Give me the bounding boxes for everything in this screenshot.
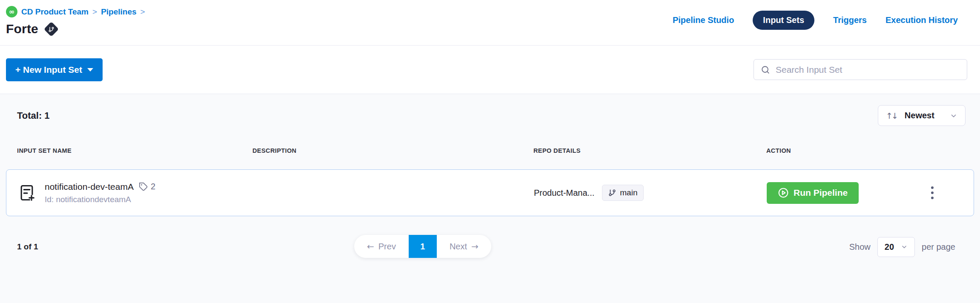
- git-branch-icon: [608, 189, 616, 197]
- breadcrumb-project-link[interactable]: CD Product Team: [21, 7, 89, 17]
- sort-arrows-icon: ↑↓: [886, 111, 897, 120]
- next-page-button[interactable]: Next →: [437, 235, 491, 258]
- tab-execution-history[interactable]: Execution History: [885, 15, 958, 25]
- breadcrumb: ∞ CD Product Team > Pipelines >: [6, 6, 145, 17]
- chevron-down-icon: [901, 243, 908, 250]
- pager: ← Prev 1 Next →: [354, 235, 491, 258]
- column-header-name: Input Set Name: [17, 147, 252, 154]
- page-size-select[interactable]: 20: [877, 237, 915, 257]
- cd-module-icon: ∞: [6, 6, 17, 17]
- arrow-right-icon: →: [471, 241, 479, 252]
- page-size-control: Show 20 per page: [849, 237, 955, 257]
- repo-name: Product-Mana...: [534, 188, 594, 198]
- sort-dropdown[interactable]: ↑↓ Newest: [878, 105, 966, 126]
- input-set-name: notification-dev-teamA: [45, 182, 134, 192]
- tag-count: 2: [151, 182, 155, 192]
- sort-selected-value: Newest: [903, 111, 944, 120]
- breadcrumb-pipelines-link[interactable]: Pipelines: [101, 7, 136, 17]
- new-input-set-label: + New Input Set: [15, 65, 82, 75]
- input-sets-toolbar: + New Input Set: [0, 46, 980, 94]
- input-set-icon: [17, 183, 36, 202]
- pagination-bar: 1 of 1 ← Prev 1 Next → Show 20 per page: [0, 235, 980, 259]
- git-sync-badge[interactable]: [44, 21, 59, 36]
- next-label: Next: [450, 242, 467, 252]
- pipeline-tabs: Pipeline Studio Input Sets Triggers Exec…: [673, 0, 958, 30]
- branch-name: main: [620, 188, 637, 197]
- prev-label: Prev: [378, 242, 396, 252]
- tab-triggers[interactable]: Triggers: [833, 15, 867, 25]
- table-header-row: Input Set Name Description Repo Details …: [6, 147, 974, 154]
- list-toolbar: Total: 1 ↑↓ Newest: [0, 94, 980, 126]
- kebab-dot: [931, 192, 934, 194]
- page-title: Forte: [6, 22, 38, 36]
- input-set-row[interactable]: notification-dev-teamA 2 Id: notificatio…: [6, 169, 974, 216]
- kebab-dot: [931, 186, 934, 189]
- branch-pill: main: [602, 185, 644, 201]
- search-box: [754, 59, 967, 80]
- column-header-action: Action: [766, 147, 963, 154]
- row-menu-button[interactable]: [927, 182, 938, 203]
- action-cell: Run Pipeline: [767, 182, 963, 204]
- prev-page-button[interactable]: ← Prev: [354, 235, 409, 258]
- tags-badge: 2: [139, 182, 155, 192]
- repo-details-cell: Product-Mana... main: [534, 185, 767, 201]
- page-size-value: 20: [885, 242, 894, 252]
- kebab-dot: [931, 197, 934, 199]
- page-header: ∞ CD Product Team > Pipelines > Forte Pi…: [0, 0, 980, 46]
- arrow-left-icon: ←: [367, 241, 374, 252]
- input-set-id: Id: notificationdevteamA: [45, 195, 155, 204]
- tag-icon: [139, 182, 148, 192]
- run-pipeline-label: Run Pipeline: [794, 188, 848, 198]
- chevron-down-icon: [950, 112, 957, 120]
- column-header-description: Description: [252, 147, 533, 154]
- current-page-button[interactable]: 1: [409, 235, 437, 258]
- tab-pipeline-studio[interactable]: Pipeline Studio: [673, 15, 734, 25]
- tab-input-sets[interactable]: Input Sets: [753, 11, 814, 30]
- chevron-down-icon: [87, 68, 93, 71]
- show-label: Show: [849, 242, 871, 252]
- git-branch-icon: [49, 26, 54, 32]
- play-circle-icon: [778, 187, 789, 198]
- page-summary: 1 of 1: [17, 242, 38, 252]
- chevron-right-icon: >: [92, 7, 97, 17]
- column-header-repo-details: Repo Details: [533, 147, 766, 154]
- search-icon: [761, 65, 770, 74]
- new-input-set-button[interactable]: + New Input Set: [6, 58, 103, 81]
- total-count-label: Total: 1: [17, 110, 50, 121]
- per-page-label: per page: [922, 242, 955, 252]
- search-input[interactable]: [776, 65, 960, 75]
- chevron-right-icon: >: [140, 7, 145, 17]
- input-set-name-cell: notification-dev-teamA 2 Id: notificatio…: [17, 182, 253, 204]
- run-pipeline-button[interactable]: Run Pipeline: [767, 182, 859, 204]
